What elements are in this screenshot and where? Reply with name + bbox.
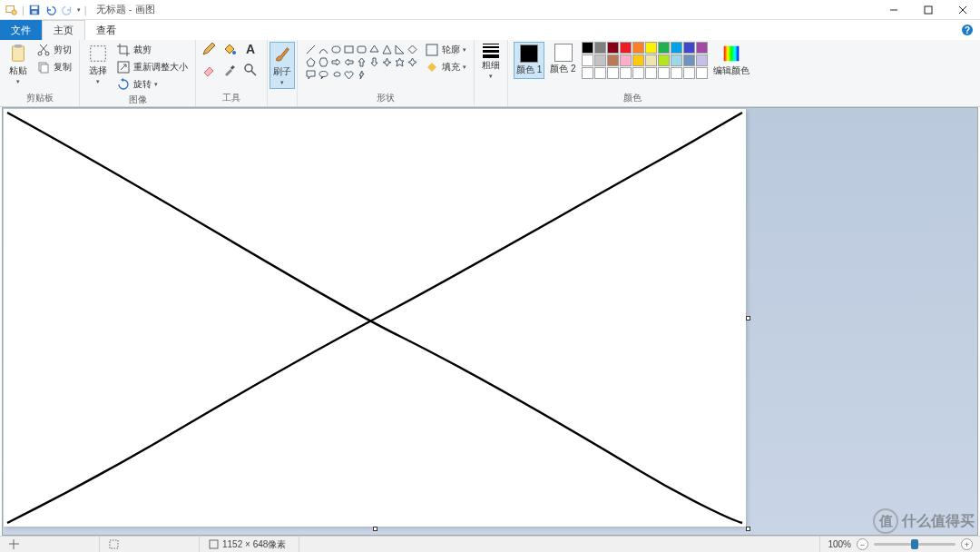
palette-color-23[interactable] — [620, 67, 632, 79]
undo-icon[interactable] — [44, 4, 57, 16]
crop-button[interactable]: 裁剪 — [114, 42, 190, 58]
watermark-badge-icon: 值 — [873, 508, 898, 534]
palette-color-2[interactable] — [607, 42, 619, 54]
eraser-tool-icon[interactable] — [201, 63, 220, 81]
palette-color-9[interactable] — [696, 42, 708, 54]
tab-home[interactable]: 主页 — [42, 20, 85, 40]
shape-polygon-icon[interactable] — [368, 44, 379, 54]
color1-button[interactable]: 颜色 1 — [514, 42, 544, 79]
zoom-slider[interactable] — [874, 543, 956, 546]
palette-color-28[interactable] — [683, 67, 695, 79]
palette-color-7[interactable] — [671, 42, 682, 54]
canvas[interactable] — [4, 109, 746, 527]
shape-line-icon[interactable] — [305, 44, 316, 54]
shape-heart-icon[interactable] — [343, 69, 354, 80]
size-icon — [483, 44, 499, 58]
minimize-button[interactable] — [877, 0, 911, 20]
palette-color-8[interactable] — [683, 42, 695, 54]
shape-darrow-icon[interactable] — [368, 56, 379, 67]
shape-diamond-icon[interactable] — [407, 44, 417, 54]
edit-colors-button[interactable]: 编辑颜色 — [711, 42, 751, 79]
shape-4star-icon[interactable] — [381, 56, 392, 67]
select-button[interactable]: 选择▾ — [85, 42, 111, 87]
palette-color-15[interactable] — [645, 54, 657, 66]
resize-handle-corner[interactable] — [746, 527, 750, 531]
shape-larrow-icon[interactable] — [343, 56, 354, 67]
outline-icon — [425, 43, 439, 57]
shape-rect-icon[interactable] — [343, 44, 354, 54]
palette-color-26[interactable] — [658, 67, 670, 79]
shape-6star-icon[interactable] — [407, 56, 417, 67]
palette-color-10[interactable] — [582, 54, 593, 66]
size-button[interactable]: 粗细▾ — [478, 42, 504, 82]
shape-triangle-icon[interactable] — [381, 44, 392, 54]
close-button[interactable] — [946, 0, 980, 20]
magnifier-tool-icon[interactable] — [243, 63, 261, 81]
palette-color-1[interactable] — [594, 42, 606, 54]
shape-callout-cloud-icon[interactable] — [330, 69, 341, 80]
palette-color-20[interactable] — [582, 67, 593, 79]
palette-color-12[interactable] — [607, 54, 619, 66]
shape-lightning-icon[interactable] — [356, 69, 367, 80]
palette-color-29[interactable] — [696, 67, 708, 79]
resize-handle-bottom[interactable] — [373, 527, 377, 531]
color2-button[interactable]: 颜色 2 — [548, 42, 577, 77]
palette-color-27[interactable] — [671, 67, 682, 79]
palette-color-5[interactable] — [645, 42, 657, 54]
tab-file[interactable]: 文件 — [0, 20, 42, 40]
pencil-tool-icon[interactable] — [201, 42, 220, 60]
palette-color-4[interactable] — [632, 42, 644, 54]
brush-button[interactable]: 刷子▾ — [270, 42, 295, 89]
palette-color-14[interactable] — [632, 54, 644, 66]
redo-icon[interactable] — [61, 4, 74, 16]
shapes-gallery[interactable] — [303, 42, 419, 82]
resize-button[interactable]: 重新调整大小 — [114, 59, 190, 75]
shape-curve-icon[interactable] — [318, 44, 328, 54]
help-icon[interactable]: ? — [960, 20, 980, 40]
shape-fill-button[interactable]: 填充 ▾ — [423, 59, 468, 75]
shape-pentagon-icon[interactable] — [305, 56, 316, 67]
palette-color-24[interactable] — [632, 67, 644, 79]
status-dimensions: 1152 × 648像素 — [200, 537, 299, 552]
shape-callout-oval-icon[interactable] — [318, 69, 328, 80]
shape-rtriangle-icon[interactable] — [394, 44, 405, 54]
fill-tool-icon[interactable] — [222, 42, 240, 60]
palette-color-11[interactable] — [594, 54, 606, 66]
palette-color-17[interactable] — [671, 54, 682, 66]
resize-handle-right[interactable] — [746, 316, 750, 320]
palette-color-0[interactable] — [582, 42, 593, 54]
palette-color-3[interactable] — [620, 42, 632, 54]
zoom-thumb[interactable] — [911, 539, 918, 549]
shape-5star-icon[interactable] — [394, 56, 405, 67]
shape-hexagon-icon[interactable] — [318, 56, 328, 67]
color2-swatch — [554, 44, 573, 62]
palette-color-22[interactable] — [607, 67, 619, 79]
canvas-workarea[interactable] — [2, 107, 978, 536]
brush-icon — [272, 44, 292, 64]
palette-color-16[interactable] — [658, 54, 670, 66]
palette-color-19[interactable] — [696, 54, 708, 66]
palette-color-21[interactable] — [594, 67, 606, 79]
palette-color-18[interactable] — [683, 54, 695, 66]
copy-button[interactable]: 复制 — [34, 59, 74, 75]
zoom-in-button[interactable]: + — [961, 538, 973, 550]
picker-tool-icon[interactable] — [222, 63, 240, 81]
shape-callout-rect-icon[interactable] — [305, 69, 316, 80]
qat-dropdown-icon[interactable]: ▾ — [77, 6, 81, 14]
rotate-button[interactable]: 旋转 ▾ — [114, 76, 190, 93]
shape-roundrect-icon[interactable] — [356, 44, 367, 54]
shape-outline-button[interactable]: 轮廓 ▾ — [423, 42, 468, 58]
palette-color-25[interactable] — [645, 67, 657, 79]
shape-rarrow-icon[interactable] — [330, 56, 341, 67]
paste-button[interactable]: 粘贴▾ — [5, 42, 31, 87]
text-tool-icon[interactable]: A — [243, 42, 261, 60]
palette-color-6[interactable] — [658, 42, 670, 54]
zoom-out-button[interactable]: − — [857, 538, 868, 550]
palette-color-13[interactable] — [620, 54, 632, 66]
maximize-button[interactable] — [911, 0, 946, 20]
shape-oval-icon[interactable] — [330, 44, 341, 54]
save-icon[interactable] — [28, 4, 41, 16]
tab-view[interactable]: 查看 — [85, 20, 127, 40]
shape-uarrow-icon[interactable] — [356, 56, 367, 67]
cut-button[interactable]: 剪切 — [34, 42, 74, 58]
